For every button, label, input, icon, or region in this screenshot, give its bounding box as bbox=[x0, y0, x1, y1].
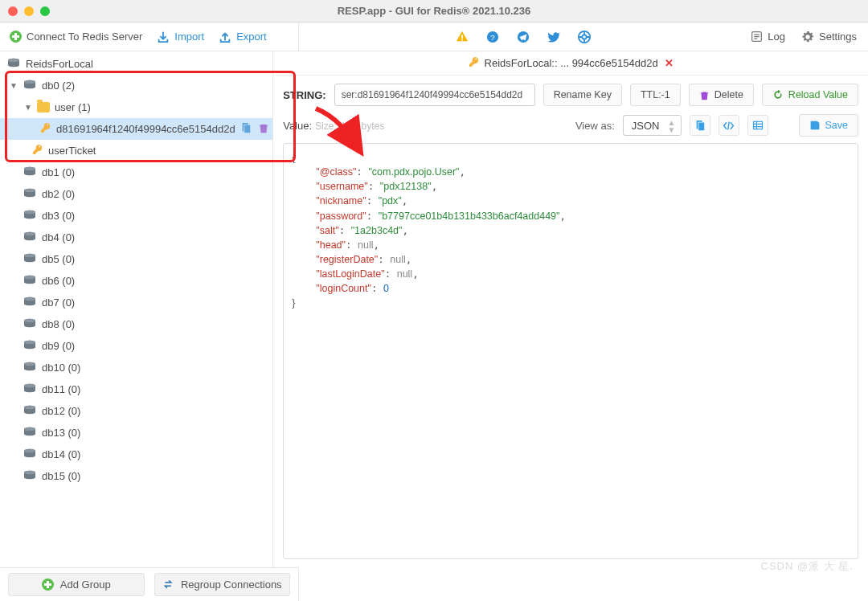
chevron-down-icon[interactable]: ▼ bbox=[10, 81, 18, 90]
import-label: Import bbox=[174, 31, 204, 43]
window-titlebar: RESP.app - GUI for Redis® 2021.10.236 bbox=[0, 0, 868, 22]
key-row-selected[interactable]: d81691964f1240f49994cc6e5154dd2d bbox=[0, 118, 272, 140]
connection-tree[interactable]: ReidsForLocal ▼ db0 (2) ▼ user (1) d8169… bbox=[0, 51, 273, 567]
plus-icon bbox=[42, 579, 54, 591]
db-row[interactable]: db7 (0) bbox=[0, 292, 272, 313]
database-icon bbox=[23, 166, 37, 178]
save-label: Save bbox=[825, 120, 849, 131]
copy-value-button[interactable] bbox=[690, 115, 710, 136]
db-row[interactable]: db14 (0) bbox=[0, 444, 272, 465]
database-icon bbox=[23, 188, 37, 200]
key-label: d81691964f1240f49994cc6e5154dd2d bbox=[56, 123, 235, 135]
plus-icon bbox=[10, 31, 22, 43]
database-icon bbox=[23, 253, 37, 265]
sidebar-bottom-buttons: Add Group Regroup Connections bbox=[0, 567, 299, 601]
telegram-icon[interactable] bbox=[516, 30, 530, 44]
active-tab[interactable]: ReidsForLocal:: ... 994cc6e5154dd2d bbox=[469, 56, 658, 70]
db-row[interactable]: db13 (0) bbox=[0, 422, 272, 444]
log-button[interactable]: Log bbox=[750, 31, 785, 43]
connection-row[interactable]: ReidsForLocal bbox=[0, 53, 272, 75]
db-row[interactable]: db5 (0) bbox=[0, 248, 272, 270]
toolbar-right: Log Settings bbox=[299, 30, 868, 44]
log-icon bbox=[750, 31, 763, 43]
database-icon bbox=[23, 427, 37, 439]
db-label: db15 (0) bbox=[42, 470, 80, 482]
connect-button[interactable]: Connect To Redis Server bbox=[10, 31, 142, 43]
db-row[interactable]: db10 (0) bbox=[0, 357, 272, 378]
db-label: db8 (0) bbox=[42, 318, 75, 330]
main-toolbar: Connect To Redis Server Import Export Lo… bbox=[0, 22, 868, 51]
key-icon bbox=[469, 56, 480, 70]
key-row-userTicket[interactable]: userTicket bbox=[0, 140, 272, 161]
rename-key-button[interactable]: Rename Key bbox=[543, 84, 622, 106]
database-icon bbox=[23, 362, 37, 374]
db-label: db7 (0) bbox=[42, 296, 75, 309]
export-icon bbox=[219, 31, 231, 43]
db-label: db13 (0) bbox=[42, 427, 80, 439]
copy-key-icon[interactable] bbox=[240, 122, 252, 136]
key-icon bbox=[40, 122, 51, 136]
view-as-label: View as: bbox=[575, 120, 615, 132]
connection-name: ReidsForLocal bbox=[26, 58, 93, 70]
chevron-down-icon[interactable]: ▼ bbox=[24, 103, 32, 112]
db-row[interactable]: db1 (0) bbox=[0, 161, 272, 183]
warning-icon[interactable] bbox=[455, 30, 469, 44]
db-label: db9 (0) bbox=[42, 340, 75, 352]
save-button[interactable]: Save bbox=[799, 114, 859, 137]
twitter-icon[interactable] bbox=[547, 30, 561, 44]
database-icon bbox=[23, 210, 37, 222]
database-icon bbox=[23, 470, 37, 482]
value-label-group: Value: Size: 196 bytes bbox=[283, 120, 384, 132]
import-button[interactable]: Import bbox=[157, 31, 204, 43]
key-name-input[interactable] bbox=[334, 84, 535, 106]
db-label: db4 (0) bbox=[42, 231, 75, 243]
key-type-label: STRING: bbox=[283, 89, 326, 101]
settings-button[interactable]: Settings bbox=[801, 31, 857, 43]
db-row[interactable]: db4 (0) bbox=[0, 227, 272, 248]
view-format-select[interactable]: JSON ▲▼ bbox=[623, 115, 682, 136]
main-panel: ReidsForLocal:: ... 994cc6e5154dd2d ✕ ST… bbox=[273, 51, 868, 567]
lifebuoy-icon[interactable] bbox=[577, 30, 592, 44]
db-label: db12 (0) bbox=[42, 405, 80, 417]
delete-button[interactable]: Delete bbox=[689, 84, 754, 106]
db-row[interactable]: db12 (0) bbox=[0, 400, 272, 422]
add-group-button[interactable]: Add Group bbox=[8, 573, 145, 596]
database-icon bbox=[23, 340, 37, 352]
db-row[interactable]: db3 (0) bbox=[0, 205, 272, 227]
reload-value-button[interactable]: Reload Value bbox=[762, 84, 858, 106]
db-row[interactable]: db9 (0) bbox=[0, 335, 272, 357]
db-row[interactable]: db2 (0) bbox=[0, 183, 272, 205]
db-row[interactable]: db6 (0) bbox=[0, 270, 272, 292]
db-row[interactable]: db8 (0) bbox=[0, 313, 272, 335]
key-label: userTicket bbox=[48, 145, 96, 157]
table-view-button[interactable] bbox=[747, 115, 768, 136]
db-label: db3 (0) bbox=[42, 210, 75, 222]
tab-label: ReidsForLocal:: ... 994cc6e5154dd2d bbox=[485, 57, 658, 69]
toolbar-left: Connect To Redis Server Import Export bbox=[0, 22, 299, 51]
json-viewer[interactable]: { "@class": "com.pdx.pojo.User", "userna… bbox=[283, 143, 858, 559]
export-button[interactable]: Export bbox=[219, 31, 267, 43]
add-group-label: Add Group bbox=[60, 579, 111, 591]
ttl-button[interactable]: TTL:-1 bbox=[630, 84, 681, 106]
db-row[interactable]: db11 (0) bbox=[0, 378, 272, 400]
window-title: RESP.app - GUI for Redis® 2021.10.236 bbox=[0, 5, 868, 17]
db-label: db1 (0) bbox=[42, 166, 75, 178]
db-label: db11 (0) bbox=[42, 383, 80, 395]
swap-icon bbox=[162, 579, 174, 591]
db0-row[interactable]: ▼ db0 (2) bbox=[0, 75, 272, 96]
key-tabbar: ReidsForLocal:: ... 994cc6e5154dd2d ✕ bbox=[273, 51, 868, 76]
db-label: db14 (0) bbox=[42, 448, 80, 460]
regroup-connections-button[interactable]: Regroup Connections bbox=[154, 573, 291, 596]
db-label: db10 (0) bbox=[42, 362, 80, 374]
database-icon bbox=[23, 405, 37, 417]
db0-label: db0 (2) bbox=[42, 80, 75, 92]
close-tab-icon[interactable]: ✕ bbox=[665, 57, 674, 69]
import-icon bbox=[157, 31, 170, 43]
help-icon[interactable] bbox=[485, 30, 500, 44]
db-row[interactable]: db15 (0) bbox=[0, 465, 272, 487]
delete-key-icon[interactable] bbox=[258, 122, 269, 136]
database-icon bbox=[23, 275, 37, 287]
settings-label: Settings bbox=[819, 31, 857, 43]
code-view-button[interactable] bbox=[719, 115, 739, 136]
folder-user-row[interactable]: ▼ user (1) bbox=[0, 96, 272, 118]
